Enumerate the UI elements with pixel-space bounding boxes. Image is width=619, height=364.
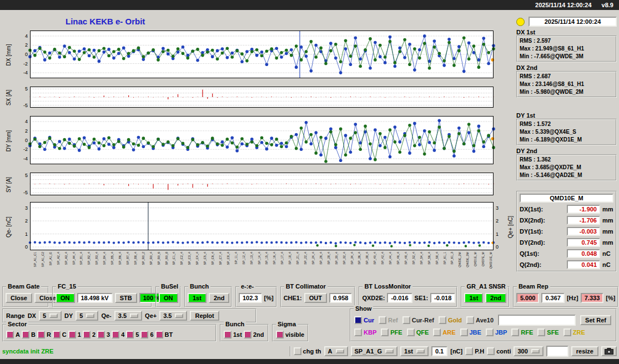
gr-a1-1st-button[interactable]: 1st [464, 293, 483, 303]
range-qe-minus-select[interactable]: 3.5 [114, 311, 142, 321]
monitor-value: -1.900 [567, 205, 600, 214]
chg-th-checkbox[interactable]: chg th [294, 347, 321, 355]
aux-input[interactable] [546, 346, 568, 357]
plot-row-sx: SX [A] 5-5 [3, 87, 512, 109]
x-axis-label: QWDE_2M [459, 252, 462, 267]
show-ref-checkbox[interactable]: Ref [379, 316, 398, 324]
x-axis-label: SP_16_4 [273, 252, 276, 265]
show-group: Show Cur Ref Cur-Ref Gold Ave10 Set Ref … [350, 309, 617, 342]
bpm-select[interactable]: SP_A1_G [351, 346, 398, 356]
bunch-1st-button[interactable]: 1st [188, 293, 207, 303]
se1-value: -0.018 [430, 293, 455, 303]
show-jbp-checkbox[interactable]: JBP [486, 328, 507, 336]
beam-gate-close-button-1[interactable]: Close [6, 293, 32, 303]
show-rfe-checkbox[interactable]: RFE [511, 328, 533, 336]
bunch-checkbox-1st[interactable]: 1st [224, 331, 242, 338]
gr-a1-2nd-button[interactable]: 2nd [485, 293, 506, 303]
sector-checkbox-5[interactable]: 5 [126, 331, 139, 338]
resize-button[interactable]: resize [571, 346, 598, 356]
sector-checkbox-r[interactable]: R [37, 331, 51, 338]
fc15-on-button[interactable]: ON [56, 293, 75, 303]
show-jbe-checkbox[interactable]: JBE [460, 328, 481, 336]
x-axis-label: SP_61_3 [451, 252, 454, 265]
checkbox-icon [6, 331, 14, 338]
checkbox-icon [126, 331, 134, 338]
range-qe-plus-select[interactable]: 3.5 [159, 311, 187, 321]
ph-checkbox[interactable]: P.H [465, 347, 484, 355]
bunch-checkbox-2nd[interactable]: 2nd [244, 331, 264, 338]
x-axis-label: SP_18_4 [289, 252, 292, 265]
fc15-group: FC_15 ON 18.498 kV STB 100 % [52, 286, 152, 307]
right-panel: 2025/11/14 12:00:24 DX 1st RMS : 2.597 M… [516, 17, 617, 272]
range-dy-select[interactable]: 5 [76, 311, 98, 321]
svg-text:-2: -2 [23, 146, 28, 152]
sector-checkbox-1[interactable]: 1 [68, 331, 81, 338]
sector-checkbox-c[interactable]: C [53, 331, 67, 338]
conti-checkbox[interactable]: conti [487, 347, 511, 355]
show-zre-checkbox[interactable]: ZRE [563, 328, 585, 336]
svg-text:0: 0 [25, 244, 28, 250]
show-cur-checkbox[interactable]: Cur [354, 316, 374, 324]
show-gold-checkbox[interactable]: Gold [439, 316, 462, 324]
sector-checkbox-2[interactable]: 2 [83, 331, 95, 338]
show-kbp-checkbox[interactable]: KBP [354, 328, 376, 336]
x-axis-label: SP_R0_6 [158, 252, 161, 265]
svg-text:2: 2 [25, 128, 28, 134]
bottom-window-bar [0, 359, 619, 364]
show-are-checkbox[interactable]: ARE [433, 328, 455, 336]
svg-text:3: 3 [25, 205, 28, 211]
bunch-select[interactable]: 1st [400, 346, 429, 356]
sector-checkbox-b[interactable]: B [22, 331, 36, 338]
monitor-row: DY(2nd): 0.745 mm [520, 238, 613, 247]
sigma-visible-checkbox[interactable]: visible [276, 331, 304, 338]
ref-name-input[interactable] [498, 315, 576, 326]
control-row-1: Beam Gate Close Close FC_15 ON 18.498 kV… [2, 286, 617, 309]
x-axis-label: SP_C8_4 [227, 252, 230, 265]
x-axis-label: SP_58_4 [436, 252, 439, 265]
x-axis-label: SP_30_4 [335, 252, 339, 265]
screenshot-button[interactable] [601, 346, 617, 356]
show-pfe-checkbox[interactable]: PFE [381, 328, 402, 336]
x-axis-label: QXD1E_M [474, 252, 477, 266]
replot-button[interactable]: Replot [190, 311, 219, 321]
show-qfe-checkbox[interactable]: QFE [407, 328, 429, 336]
sector-select[interactable]: A [324, 346, 348, 356]
stats-dx1-min: Min : -7.665@QWDE_3M [520, 53, 613, 60]
sector-checkbox-4[interactable]: 4 [112, 331, 124, 338]
checkbox-icon [155, 331, 163, 338]
bunch-group: Bunch 1st 2nd [184, 286, 232, 307]
x-axis-label: SP_22_4 [304, 252, 308, 265]
sector-checkbox-6[interactable]: 6 [140, 331, 153, 338]
sector-checkbox-3[interactable]: 3 [97, 331, 110, 338]
stats-dy2-label: DY 2nd [516, 148, 617, 154]
sector-checkbox-bt[interactable]: BT [155, 331, 173, 338]
stats-dy2-min: Min : -5.146@QAD2E_M [520, 171, 613, 179]
sx-axis-label: SX [A] [3, 87, 16, 109]
che1-out-button[interactable]: OUT [304, 293, 327, 303]
x-axis-label: SP_38_4 [366, 252, 369, 265]
x-axis-label: SP_C5_4 [204, 252, 207, 265]
range-dx-select[interactable]: 5 [39, 311, 62, 321]
checkbox-icon [537, 328, 545, 336]
bunch-2nd-button[interactable]: 2nd [209, 293, 230, 303]
bpm-monitor-title: QMD10E_M [520, 194, 613, 203]
x-axis-label: QWDE_3M [466, 252, 470, 267]
set-ref-button[interactable]: Set Ref [580, 315, 611, 325]
stats-dy1-rms: RMS : 1.572 [520, 120, 613, 128]
plot-row-dx: DX [mm] 420-2-4 [3, 31, 512, 79]
beam-rep-value-2: 0.367 [541, 293, 565, 303]
interval-select[interactable]: 300 [514, 346, 543, 356]
show-ave10-checkbox[interactable]: Ave10 [466, 316, 494, 324]
option-menu-indicator-icon [130, 314, 138, 318]
show-cur-ref-checkbox[interactable]: Cur-Ref [402, 316, 434, 324]
checkbox-icon [563, 328, 571, 336]
busel-on-button[interactable]: ON [159, 293, 178, 303]
checkbox-icon [486, 328, 494, 336]
show-sfe-checkbox[interactable]: SFE [537, 328, 558, 336]
qxd2e-value: -0.016 [387, 293, 412, 303]
sx-plot: 5-5 [30, 87, 494, 109]
fc15-stb-button[interactable]: STB [115, 293, 137, 303]
sector-checkbox-a[interactable]: A [6, 331, 20, 338]
option-menu-indicator-icon [416, 349, 425, 353]
checkbox-icon [381, 328, 389, 336]
